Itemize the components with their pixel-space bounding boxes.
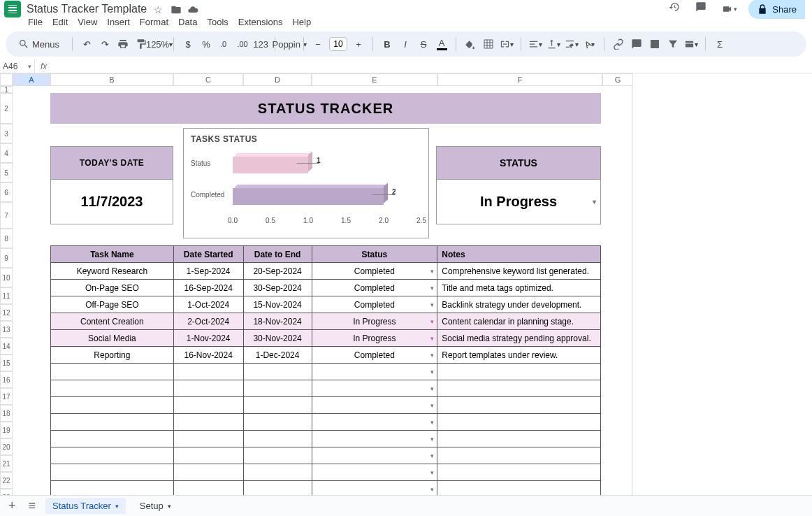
table-row-empty[interactable]: ▾ (51, 481, 601, 496)
column-header-B[interactable]: B (50, 73, 173, 86)
borders-button[interactable] (481, 37, 495, 51)
merge-button[interactable]: ▾ (500, 37, 514, 51)
decrease-decimal-button[interactable]: .0 (217, 37, 231, 51)
row-header-6[interactable]: 6 (0, 182, 13, 202)
cell-task[interactable]: Social Media (51, 330, 174, 347)
column-headers[interactable]: ABCDEFG (0, 73, 633, 86)
menu-data[interactable]: Data (178, 17, 197, 27)
font-family-select[interactable]: Poppin ▾ (282, 37, 296, 51)
cell-status[interactable]: Completed▾ (312, 263, 437, 280)
row-header-7[interactable]: 7 (0, 202, 13, 229)
row-header-17[interactable]: 17 (0, 388, 13, 405)
cell-notes[interactable]: Title and meta tags optimized. (437, 280, 601, 296)
undo-button[interactable]: ↶ (80, 37, 94, 51)
cell-notes[interactable]: Backlink strategy under development. (437, 296, 601, 313)
table-row-empty[interactable]: ▾ (51, 447, 601, 464)
table-row[interactable]: Reporting16-Nov-20241-Dec-2024Completed▾… (51, 347, 601, 364)
cell-end[interactable]: 30-Nov-2024 (243, 330, 312, 347)
column-header-C[interactable]: C (173, 73, 243, 86)
cell-notes[interactable]: Comprehensive keyword list generated. (437, 263, 601, 280)
menu-extensions[interactable]: Extensions (238, 17, 283, 27)
format-currency-button[interactable]: $ (181, 37, 195, 51)
functions-button[interactable]: Σ (713, 37, 727, 51)
cell-task[interactable]: Reporting (51, 347, 174, 364)
comments-icon[interactable] (695, 1, 711, 17)
menu-view[interactable]: View (78, 17, 97, 27)
cell-status[interactable]: ▾ (312, 464, 437, 481)
table-row[interactable]: Keyword Research1-Sep-202420-Sep-2024Com… (51, 263, 601, 280)
name-box[interactable]: A46 ▾ (0, 59, 35, 73)
text-color-button[interactable]: A (435, 37, 449, 51)
col-date-started[interactable]: Date Started (173, 246, 243, 263)
row-header-23[interactable]: 23 (0, 489, 13, 495)
row-header-2[interactable]: 2 (0, 93, 13, 124)
font-size-input[interactable]: 10 (329, 37, 347, 51)
cell-task[interactable]: Content Creation (51, 313, 174, 330)
cell-start[interactable]: 16-Sep-2024 (173, 280, 243, 296)
redo-button[interactable]: ↷ (98, 37, 112, 51)
cell-status[interactable]: Completed▾ (312, 347, 437, 364)
row-header-20[interactable]: 20 (0, 438, 13, 455)
table-row-empty[interactable]: ▾ (51, 464, 601, 481)
column-header-D[interactable]: D (243, 73, 312, 86)
cell-status[interactable]: ▾ (312, 431, 437, 447)
cell-end[interactable]: 1-Dec-2024 (243, 347, 312, 364)
increase-decimal-button[interactable]: .00 (235, 37, 249, 51)
menu-file[interactable]: File (28, 17, 43, 27)
tasks-table[interactable]: Task Name Date Started Date to End Statu… (50, 245, 601, 495)
cell-end[interactable]: 20-Sep-2024 (243, 263, 312, 280)
cell-notes[interactable]: Content calendar in planning stage. (437, 313, 601, 330)
col-date-end[interactable]: Date to End (243, 246, 312, 263)
column-header-F[interactable]: F (437, 73, 602, 86)
comment-button[interactable] (630, 37, 644, 51)
document-title[interactable]: Status Tracker Template (27, 3, 147, 15)
all-sheets-button[interactable]: ≡ (26, 496, 39, 516)
cell-status[interactable]: ▾ (312, 481, 437, 496)
star-icon[interactable]: ☆ (154, 4, 164, 14)
wrap-button[interactable]: ▾ (565, 37, 579, 51)
cell-start[interactable]: 2-Oct-2024 (173, 313, 243, 330)
col-status[interactable]: Status (312, 246, 437, 263)
cell-end[interactable]: 15-Nov-2024 (243, 296, 312, 313)
italic-button[interactable]: I (398, 37, 412, 51)
row-header-22[interactable]: 22 (0, 472, 13, 489)
cell-task[interactable]: On-Page SEO (51, 280, 174, 296)
row-header-8[interactable]: 8 (0, 229, 13, 248)
cell-status[interactable]: ▾ (312, 397, 437, 414)
table-row[interactable]: Social Media1-Nov-202430-Nov-2024In Prog… (51, 330, 601, 347)
link-button[interactable] (611, 37, 625, 51)
cell-status[interactable]: Completed▾ (312, 280, 437, 296)
table-row-empty[interactable]: ▾ (51, 397, 601, 414)
strike-button[interactable]: S (416, 37, 430, 51)
column-header-G[interactable]: G (602, 73, 633, 86)
column-header-E[interactable]: E (312, 73, 437, 86)
h-align-button[interactable]: ▾ (528, 37, 542, 51)
table-row-empty[interactable]: ▾ (51, 364, 601, 380)
cell-task[interactable]: Off-Page SEO (51, 296, 174, 313)
row-header-10[interactable]: 10 (0, 268, 13, 287)
row-header-1[interactable]: 1 (0, 86, 13, 93)
cell-start[interactable]: 1-Sep-2024 (173, 263, 243, 280)
cell-status[interactable]: ▾ (312, 414, 437, 431)
table-row-empty[interactable]: ▾ (51, 431, 601, 447)
row-header-15[interactable]: 15 (0, 354, 13, 371)
col-task-name[interactable]: Task Name (51, 246, 174, 263)
cell-end[interactable]: 18-Nov-2024 (243, 313, 312, 330)
font-size-plus[interactable]: + (351, 37, 365, 51)
table-views-button[interactable]: ▾ (684, 37, 698, 51)
rotate-button[interactable]: A▾ (583, 37, 597, 51)
cell-notes[interactable]: Report templates under review. (437, 347, 601, 364)
cell-status[interactable]: In Progress▾ (312, 330, 437, 347)
row-header-5[interactable]: 5 (0, 163, 13, 182)
cell-status[interactable]: ▾ (312, 447, 437, 464)
history-icon[interactable] (669, 1, 684, 17)
print-button[interactable] (116, 37, 130, 51)
row-header-3[interactable]: 3 (0, 124, 13, 143)
menu-format[interactable]: Format (140, 17, 168, 27)
column-header-A[interactable]: A (13, 73, 50, 86)
row-header-16[interactable]: 16 (0, 371, 13, 388)
insert-chart-button[interactable] (648, 37, 662, 51)
bold-button[interactable]: B (380, 37, 394, 51)
cell-status[interactable]: Completed▾ (312, 296, 437, 313)
format-percent-button[interactable]: % (199, 37, 213, 51)
